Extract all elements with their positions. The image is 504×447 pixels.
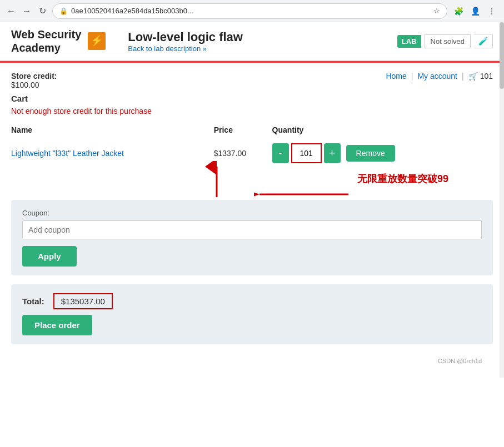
- remove-button[interactable]: Remove: [346, 145, 395, 162]
- coupon-label: Coupon:: [22, 209, 482, 217]
- reload-button[interactable]: ↻: [37, 6, 48, 17]
- col-name: Name: [11, 122, 214, 138]
- coupon-input[interactable]: [22, 220, 482, 239]
- home-link[interactable]: Home: [386, 72, 406, 81]
- nav-sep-2: |: [462, 72, 464, 81]
- watermark: CSDN @0rch1d: [11, 353, 493, 369]
- total-section: Total: $135037.00 Place order: [11, 284, 493, 344]
- lab-title: Low-level logic flaw: [128, 30, 386, 44]
- menu-icon[interactable]: ⋮: [485, 4, 498, 18]
- logo-line1: Web Security: [11, 28, 81, 41]
- site-header: Web Security Academy ⚡ Low-level logic f…: [0, 22, 504, 61]
- total-value: $135037.00: [53, 293, 113, 309]
- arrow-annotation-area: 无限重放数量突破99: [11, 167, 493, 200]
- col-price: Price: [214, 122, 272, 138]
- qty-decrease-button[interactable]: -: [272, 143, 289, 163]
- place-order-button[interactable]: Place order: [22, 315, 92, 335]
- logo-text: Web Security Academy ⚡: [11, 28, 106, 54]
- logo-icon: ⚡: [88, 32, 106, 50]
- main-content: Store credit: $100.00 Home | My account …: [0, 63, 504, 378]
- back-to-lab-link[interactable]: Back to lab description »: [128, 44, 386, 53]
- store-header-row: Store credit: $100.00 Home | My account …: [11, 72, 493, 89]
- cart-table: Name Price Quantity Lightweight "l33t" L…: [11, 122, 493, 169]
- store-credit-label: Store credit:: [11, 72, 57, 81]
- my-account-link[interactable]: My account: [417, 72, 457, 81]
- qty-increase-button[interactable]: +: [324, 143, 341, 163]
- logo-line2: Academy: [11, 41, 81, 54]
- lab-badge-container: LAB Not solved 🧪: [397, 34, 493, 48]
- logo-container: Web Security Academy ⚡: [11, 28, 106, 54]
- annotation-text: 无限重放数量突破99: [357, 172, 448, 185]
- browser-chrome: ← → ↻ 🔒 0ae100520416a2e584da15bc003b0...…: [0, 0, 504, 22]
- star-icon[interactable]: ☆: [433, 7, 440, 15]
- scrollbar-thumb[interactable]: [500, 22, 504, 89]
- store-credit-amount: $100.00: [11, 81, 57, 89]
- qty-input[interactable]: [291, 143, 322, 163]
- flask-button[interactable]: 🧪: [474, 34, 493, 48]
- total-row: Total: $135037.00: [22, 293, 482, 309]
- address-bar[interactable]: 🔒 0ae100520416a2e584da15bc003b0... ☆: [52, 3, 447, 19]
- profile-icon[interactable]: 👤: [468, 4, 482, 18]
- extensions-icon[interactable]: 🧩: [452, 4, 465, 18]
- apply-button[interactable]: Apply: [22, 246, 77, 267]
- table-row: Lightweight "l33t" Leather Jacket $1337.…: [11, 138, 493, 169]
- lab-badge: LAB: [397, 35, 421, 48]
- url-text: 0ae100520416a2e584da15bc003b0...: [71, 7, 430, 15]
- lock-icon: 🔒: [59, 7, 68, 15]
- product-price: $1337.00: [214, 138, 272, 169]
- top-nav: Home | My account | 🛒 101: [386, 72, 493, 81]
- total-label: Total:: [22, 297, 44, 306]
- cart-count: 101: [480, 72, 493, 81]
- not-solved-badge: Not solved: [425, 34, 471, 48]
- forward-button[interactable]: →: [21, 6, 32, 17]
- logo-words: Web Security Academy: [11, 28, 81, 54]
- cart-icon-container: 🛒 101: [468, 72, 493, 81]
- back-button[interactable]: ←: [6, 6, 17, 17]
- browser-icons: 🧩 👤 ⋮: [452, 4, 498, 18]
- cart-title: Cart: [11, 94, 493, 103]
- qty-container: - + Remove: [272, 143, 493, 163]
- coupon-section: Coupon: Apply: [11, 200, 493, 275]
- nav-sep-1: |: [411, 72, 413, 81]
- cart-icon[interactable]: 🛒: [468, 72, 478, 81]
- col-quantity: Quantity: [272, 122, 493, 138]
- header-middle: Low-level logic flaw Back to lab descrip…: [117, 30, 386, 53]
- scrollbar-track[interactable]: [500, 22, 504, 378]
- store-credit-block: Store credit: $100.00: [11, 72, 57, 89]
- error-message: Not enough store credit for this purchas…: [11, 107, 493, 115]
- product-link[interactable]: Lightweight "l33t" Leather Jacket: [11, 149, 124, 158]
